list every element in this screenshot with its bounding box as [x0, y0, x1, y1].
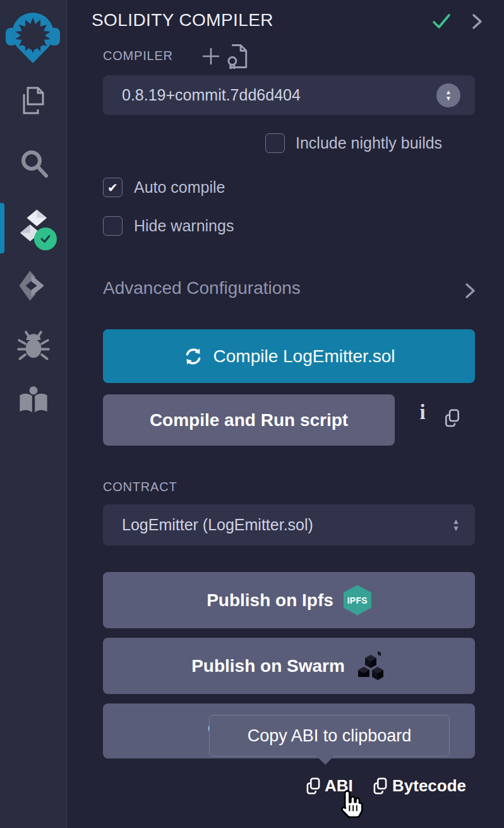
- refresh-icon: [183, 346, 203, 367]
- include-nightly-label[interactable]: Include nightly builds: [296, 134, 442, 152]
- compile-success-badge: [34, 228, 57, 250]
- compiler-version-select[interactable]: 0.8.19+commit.7dd6d404 ▲ ▼: [103, 75, 475, 115]
- compile-and-run-label: Compile and Run script: [150, 410, 348, 430]
- publish-ipfs-label: Publish on Ipfs: [207, 590, 333, 611]
- add-compiler-icon[interactable]: [200, 46, 222, 70]
- sidebar-item-search[interactable]: [18, 147, 51, 183]
- cursor-pointer-icon: [337, 788, 364, 822]
- sidebar-item-solidity-compiler[interactable]: [15, 207, 52, 245]
- auto-compile-label[interactable]: Auto compile: [134, 178, 225, 197]
- collapse-panel-chevron-icon[interactable]: [467, 12, 486, 33]
- swarm-logo-icon: [355, 650, 387, 683]
- compile-button[interactable]: Compile LogEmitter.sol: [103, 329, 475, 383]
- sidebar-item-file-explorer[interactable]: [18, 84, 51, 121]
- include-nightly-checkbox[interactable]: ✔: [265, 133, 285, 153]
- contract-select[interactable]: LogEmitter (LogEmitter.sol) ▲ ▼: [103, 504, 475, 545]
- contract-select-value: LogEmitter (LogEmitter.sol): [103, 516, 313, 534]
- compiler-version-value: 0.8.19+commit.7dd6d404: [103, 86, 301, 104]
- copy-abi-tooltip: Copy ABI to clipboard: [209, 715, 450, 757]
- icon-panel-sidebar: [0, 0, 67, 828]
- copy-bytecode-link[interactable]: Bytecode: [392, 776, 466, 796]
- caret-down-icon: ▼: [445, 95, 452, 102]
- contract-section-label: CONTRACT: [103, 480, 177, 494]
- sidebar-item-deploy-run[interactable]: [16, 268, 51, 306]
- info-icon[interactable]: i: [415, 401, 430, 424]
- advanced-config-chevron-icon[interactable]: [460, 281, 479, 303]
- tooltip-arrow: [316, 755, 335, 765]
- sidebar-item-debugger[interactable]: [17, 328, 50, 365]
- checkmark-icon: ✔: [107, 180, 118, 195]
- active-plugin-indicator: [0, 203, 4, 253]
- copy-bytecode-icon[interactable]: [372, 777, 388, 798]
- compile-success-check-icon: [431, 11, 452, 34]
- version-select-toggle-icon[interactable]: ▲ ▼: [436, 83, 460, 107]
- copy-abi-icon[interactable]: [305, 777, 321, 798]
- publish-ipfs-button[interactable]: Publish on Ipfs IPFS: [103, 572, 475, 628]
- remix-solidity-compiler-panel: SOLIDITY COMPILER COMPILER 0.8.19+commit…: [0, 0, 504, 828]
- compiler-license-icon[interactable]: [226, 44, 249, 71]
- hide-warnings-checkbox[interactable]: ✔: [103, 216, 123, 236]
- sidebar-item-learneth[interactable]: [17, 384, 50, 420]
- compile-button-label: Compile LogEmitter.sol: [213, 346, 395, 367]
- publish-swarm-button[interactable]: Publish on Swarm: [103, 638, 475, 694]
- contract-select-carets-icon: ▲ ▼: [452, 518, 460, 532]
- page-title: SOLIDITY COMPILER: [92, 10, 273, 30]
- advanced-configurations-toggle[interactable]: Advanced Configurations: [103, 278, 301, 298]
- hide-warnings-label[interactable]: Hide warnings: [134, 217, 234, 235]
- auto-compile-checkbox[interactable]: ✔: [103, 178, 123, 197]
- copy-script-icon[interactable]: [443, 408, 461, 431]
- compiler-section-label: COMPILER: [103, 49, 173, 63]
- remix-logo: [3, 4, 63, 64]
- tooltip-text: Copy ABI to clipboard: [248, 726, 412, 746]
- ipfs-logo-icon: IPFS: [344, 585, 371, 616]
- publish-swarm-label: Publish on Swarm: [191, 656, 345, 676]
- caret-down-icon: ▼: [452, 525, 460, 532]
- compile-and-run-button[interactable]: Compile and Run script: [103, 394, 395, 446]
